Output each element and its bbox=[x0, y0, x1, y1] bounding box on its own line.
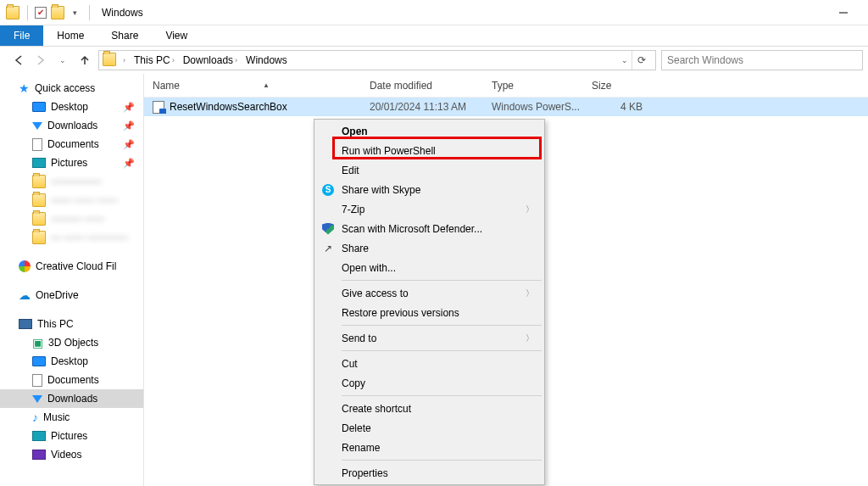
pictures-icon bbox=[32, 431, 46, 441]
menu-shortcut[interactable]: Create shortcut bbox=[316, 399, 542, 418]
tab-file[interactable]: File bbox=[0, 25, 43, 46]
breadcrumb-windows[interactable]: Windows bbox=[242, 51, 291, 70]
menu-separator bbox=[342, 280, 542, 281]
breadcrumb-thispc[interactable]: This PC› bbox=[131, 51, 178, 70]
folder-icon bbox=[103, 53, 116, 69]
file-date: 20/01/2024 11:13 AM bbox=[370, 101, 466, 113]
menu-run-powershell[interactable]: Run with PowerShell bbox=[316, 141, 542, 160]
nav-redacted-2[interactable]: —— —— —— bbox=[0, 191, 143, 209]
skype-icon: S bbox=[321, 183, 335, 197]
pin-icon: 📌 bbox=[123, 120, 135, 131]
star-icon: ★ bbox=[19, 81, 30, 95]
document-icon bbox=[32, 374, 42, 387]
search-placeholder: Search Windows bbox=[667, 54, 743, 66]
breadcrumb-root[interactable]: › bbox=[118, 51, 129, 70]
column-headers: Name▲ Date modified Type Size bbox=[144, 74, 868, 98]
col-date[interactable]: Date modified bbox=[361, 80, 483, 92]
addr-dropdown-icon[interactable]: ⌄ bbox=[621, 56, 628, 64]
sort-asc-icon: ▲ bbox=[263, 81, 270, 89]
folder-icon bbox=[5, 5, 20, 20]
menu-7zip[interactable]: 7-Zip〉 bbox=[316, 199, 542, 219]
forward-button[interactable] bbox=[32, 52, 49, 69]
chevron-right-icon: 〉 bbox=[526, 288, 534, 299]
onedrive-icon: ☁ bbox=[19, 288, 31, 302]
music-icon: ♪ bbox=[32, 411, 38, 424]
share-icon: ↗ bbox=[321, 242, 335, 255]
nav-desktop[interactable]: Desktop📌 bbox=[0, 98, 143, 116]
menu-restore[interactable]: Restore previous versions bbox=[316, 303, 542, 322]
nav-downloads-2[interactable]: Downloads bbox=[0, 389, 143, 408]
col-size[interactable]: Size bbox=[583, 80, 651, 92]
menu-skype[interactable]: SShare with Skype bbox=[316, 180, 542, 199]
nav-pictures[interactable]: Pictures📌 bbox=[0, 154, 143, 172]
file-size: 4 KB bbox=[620, 101, 643, 113]
nav-pane: ★Quick access Desktop📌 Downloads📌 Docume… bbox=[0, 74, 144, 486]
file-row[interactable]: ResetWindowsSearchBox 20/01/2024 11:13 A… bbox=[144, 98, 868, 116]
menu-defender[interactable]: Scan with Microsoft Defender... bbox=[316, 219, 542, 238]
tab-home[interactable]: Home bbox=[43, 25, 97, 46]
pin-icon: 📌 bbox=[123, 139, 135, 150]
nav-documents[interactable]: Documents📌 bbox=[0, 135, 143, 154]
up-button[interactable] bbox=[76, 52, 93, 69]
shield-icon bbox=[321, 222, 335, 236]
title-bar: ✔ ▾ Windows bbox=[0, 0, 868, 25]
address-row: ⌄ › This PC› Downloads› Windows ⌄ ⟳ Sear… bbox=[0, 47, 868, 74]
nav-desktop-2[interactable]: Desktop bbox=[0, 352, 143, 371]
menu-open-with[interactable]: Open with... bbox=[316, 258, 542, 277]
nav-3dobjects[interactable]: ▣3D Objects bbox=[0, 333, 143, 352]
back-button[interactable] bbox=[10, 52, 27, 69]
nav-downloads[interactable]: Downloads📌 bbox=[0, 116, 143, 135]
nav-redacted-4[interactable]: — —— ———— bbox=[0, 228, 143, 247]
address-bar[interactable]: › This PC› Downloads› Windows ⌄ ⟳ bbox=[98, 50, 656, 70]
menu-share[interactable]: ↗Share bbox=[316, 238, 542, 258]
chevron-right-icon: 〉 bbox=[526, 332, 534, 344]
nav-creative-cloud[interactable]: Creative Cloud Fil bbox=[0, 257, 143, 276]
download-icon bbox=[32, 395, 42, 403]
menu-send-to[interactable]: Send to〉 bbox=[316, 328, 542, 348]
tab-share[interactable]: Share bbox=[97, 25, 152, 46]
nav-quick-access[interactable]: ★Quick access bbox=[0, 79, 143, 98]
nav-redacted-3[interactable]: ——— —— bbox=[0, 209, 143, 228]
nav-documents-2[interactable]: Documents bbox=[0, 371, 143, 389]
tab-view[interactable]: View bbox=[152, 25, 201, 46]
pc-icon bbox=[19, 319, 32, 329]
nav-onedrive[interactable]: ☁OneDrive bbox=[0, 286, 143, 304]
menu-open[interactable]: Open bbox=[316, 121, 542, 141]
folder-icon bbox=[32, 231, 46, 244]
window-title: Windows bbox=[102, 7, 143, 19]
col-name[interactable]: Name▲ bbox=[144, 80, 361, 92]
nav-redacted-1[interactable]: ————— bbox=[0, 172, 143, 191]
search-input[interactable]: Search Windows bbox=[661, 50, 863, 70]
refresh-button[interactable]: ⟳ bbox=[632, 51, 650, 70]
nav-videos[interactable]: Videos bbox=[0, 445, 143, 464]
menu-delete[interactable]: Delete bbox=[316, 418, 542, 438]
menu-cut[interactable]: Cut bbox=[316, 354, 542, 373]
nav-pictures-2[interactable]: Pictures bbox=[0, 427, 143, 445]
menu-edit[interactable]: Edit bbox=[316, 160, 542, 180]
recent-dropdown[interactable]: ⌄ bbox=[54, 52, 71, 69]
folder-icon bbox=[32, 212, 46, 226]
minimize-button[interactable] bbox=[824, 0, 863, 25]
menu-copy[interactable]: Copy bbox=[316, 373, 542, 393]
col-type[interactable]: Type bbox=[483, 80, 583, 92]
videos-icon bbox=[32, 450, 46, 460]
menu-rename[interactable]: Rename bbox=[316, 438, 542, 457]
menu-give-access[interactable]: Give access to〉 bbox=[316, 283, 542, 303]
folder-icon bbox=[50, 5, 65, 20]
desktop-icon bbox=[32, 102, 46, 112]
nav-thispc[interactable]: This PC bbox=[0, 315, 143, 333]
qat-dropdown-icon[interactable]: ▾ bbox=[67, 5, 82, 20]
file-name: ResetWindowsSearchBox bbox=[170, 101, 287, 113]
qat-checkbox-icon[interactable]: ✔ bbox=[33, 5, 48, 20]
menu-properties[interactable]: Properties bbox=[316, 463, 542, 483]
desktop-icon bbox=[32, 356, 46, 366]
menu-separator bbox=[342, 325, 542, 326]
file-type: Windows PowerS... bbox=[492, 101, 580, 113]
ribbon-tabs: File Home Share View bbox=[0, 25, 868, 47]
breadcrumb-downloads[interactable]: Downloads› bbox=[180, 51, 241, 70]
cube-icon: ▣ bbox=[32, 336, 43, 349]
powershell-file-icon bbox=[153, 101, 164, 114]
folder-icon bbox=[32, 193, 46, 207]
pictures-icon bbox=[32, 158, 46, 168]
nav-music[interactable]: ♪Music bbox=[0, 408, 143, 427]
